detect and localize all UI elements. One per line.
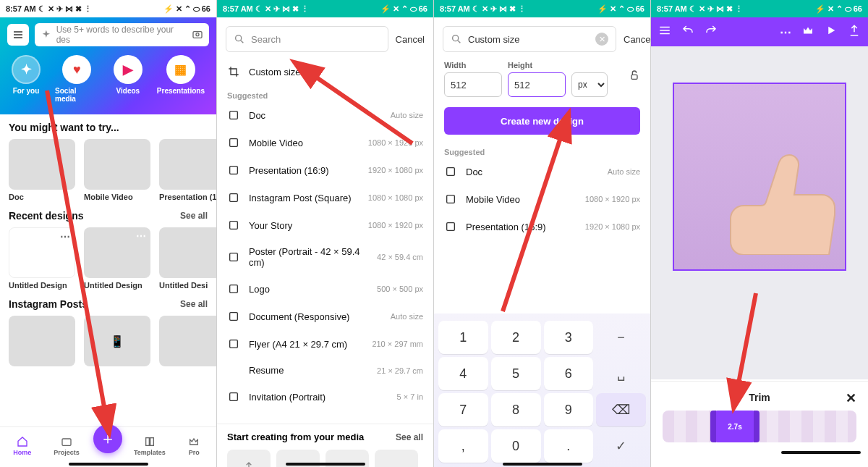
category-videos[interactable]: ▶Videos bbox=[114, 55, 142, 103]
more-icon[interactable]: ⋯ bbox=[60, 231, 70, 243]
svg-rect-15 bbox=[230, 313, 238, 321]
bottom-nav: Home Projects ＋ Templates Pro bbox=[0, 426, 216, 467]
lock-icon[interactable] bbox=[629, 70, 640, 88]
svg-rect-3 bbox=[146, 437, 150, 445]
share-icon[interactable] bbox=[848, 24, 861, 40]
trim-timeline[interactable]: 2.7s bbox=[663, 411, 856, 442]
media-see-all[interactable]: See all bbox=[396, 432, 423, 442]
cancel-button[interactable]: Cancel bbox=[624, 34, 651, 45]
keypad-key[interactable]: ✓ bbox=[596, 429, 646, 463]
keypad-key[interactable]: 6 bbox=[544, 357, 594, 390]
recent-row[interactable]: ⋯Untitled Design ⋯Untitled Design Untitl… bbox=[0, 222, 216, 291]
suggested-item[interactable]: Invitation (Portrait)5 × 7 in bbox=[217, 383, 433, 411]
keypad-key[interactable]: 2 bbox=[491, 321, 541, 354]
keypad-key[interactable]: 5 bbox=[491, 357, 541, 390]
try-doc[interactable]: Doc bbox=[9, 139, 75, 201]
menu-icon[interactable] bbox=[658, 24, 671, 40]
try-row[interactable]: Doc Mobile Video Presentation (1 bbox=[0, 133, 216, 203]
custom-size-row[interactable]: Custom size bbox=[217, 58, 433, 85]
redo-icon[interactable] bbox=[705, 24, 718, 40]
width-input[interactable] bbox=[444, 72, 502, 97]
suggested-item[interactable]: Your Story1080 × 1920 px bbox=[217, 211, 433, 239]
keypad-key[interactable]: 4 bbox=[438, 357, 488, 390]
more-icon[interactable]: ⋯ bbox=[136, 230, 146, 242]
thumbs-up-image bbox=[722, 146, 845, 255]
item-label: Poster (Portrait - 42 × 59.4 cm) bbox=[249, 246, 368, 268]
recent-item[interactable]: ⋯Untitled Design bbox=[84, 227, 150, 290]
nav-templates[interactable]: Templates bbox=[132, 436, 167, 456]
keypad-key[interactable]: . bbox=[544, 429, 594, 463]
play-icon[interactable] bbox=[825, 24, 838, 40]
insta-row[interactable]: 📱 bbox=[0, 310, 216, 410]
suggested-item[interactable]: Logo500 × 500 px bbox=[217, 275, 433, 303]
svg-point-1 bbox=[196, 33, 199, 35]
keypad-key[interactable]: ␣ bbox=[596, 357, 646, 390]
create-design-button[interactable]: Create new design bbox=[444, 107, 640, 135]
suggested-item[interactable]: Document (Responsive)Auto size bbox=[217, 303, 433, 330]
pro-icon[interactable] bbox=[801, 24, 814, 40]
insta-see-all[interactable]: See all bbox=[180, 299, 208, 309]
suggested-item[interactable]: Presentation (16:9)1920 × 1080 px bbox=[217, 156, 433, 184]
close-icon[interactable]: ✕ bbox=[846, 390, 856, 406]
suggested-item[interactable]: DocAuto size bbox=[217, 101, 433, 129]
keypad-key[interactable]: ⌫ bbox=[596, 393, 646, 426]
suggested-item[interactable]: Resume21 × 29.7 cm bbox=[217, 358, 433, 383]
keypad-key[interactable]: , bbox=[438, 429, 488, 463]
category-presentations[interactable]: ▦Presentations bbox=[157, 55, 205, 103]
category-for-you[interactable]: ✦For you bbox=[12, 55, 41, 103]
suggested-item[interactable]: Mobile Video1080 × 1920 px bbox=[434, 185, 650, 213]
svg-rect-21 bbox=[631, 75, 637, 79]
fab-create-button[interactable]: ＋ bbox=[93, 424, 122, 453]
try-mobile-video[interactable]: Mobile Video bbox=[84, 139, 150, 201]
keypad-key[interactable]: 0 bbox=[491, 429, 541, 463]
recent-see-all[interactable]: See all bbox=[180, 211, 208, 221]
try-presentation[interactable]: Presentation (1 bbox=[159, 139, 216, 201]
suggested-item[interactable]: Mobile Video1080 × 1920 px bbox=[217, 129, 433, 156]
suggested-item[interactable]: Poster (Portrait - 42 × 59.4 cm)42 × 59.… bbox=[217, 239, 433, 275]
editor-canvas[interactable] bbox=[651, 46, 868, 379]
keypad-key[interactable]: 8 bbox=[491, 393, 541, 426]
search-value[interactable] bbox=[468, 34, 590, 45]
trim-handle-right[interactable] bbox=[754, 411, 760, 442]
trim-selection[interactable]: 2.7s bbox=[713, 411, 757, 442]
suggested-item[interactable]: Flyer (A4 21 × 29.7 cm)210 × 297 mm bbox=[217, 330, 433, 358]
keypad-key[interactable]: 1 bbox=[438, 321, 488, 354]
recent-item[interactable]: Untitled Desi bbox=[159, 227, 216, 290]
home-search-input[interactable]: Use 5+ words to describe your des bbox=[35, 23, 209, 46]
insta-item[interactable] bbox=[159, 316, 216, 366]
nav-pro[interactable]: Pro bbox=[176, 436, 211, 456]
recent-item[interactable]: ⋯Untitled Design bbox=[9, 227, 75, 290]
keypad-key[interactable]: 3 bbox=[544, 321, 594, 354]
crop-icon bbox=[227, 65, 240, 78]
unit-select[interactable]: px bbox=[571, 72, 608, 97]
category-social[interactable]: ♥Social media bbox=[55, 55, 99, 103]
cancel-button[interactable]: Cancel bbox=[396, 34, 425, 45]
clear-icon[interactable]: ✕ bbox=[595, 33, 608, 46]
insta-item[interactable] bbox=[9, 316, 75, 366]
item-meta: 500 × 500 px bbox=[377, 285, 423, 293]
suggested-item[interactable]: Presentation (16:9)1920 × 1080 px bbox=[434, 213, 650, 240]
width-label: Width bbox=[444, 61, 502, 70]
search-icon bbox=[234, 33, 245, 45]
search-input[interactable]: Search bbox=[226, 26, 388, 52]
nav-projects[interactable]: Projects bbox=[49, 436, 84, 456]
suggested-heading: Suggested bbox=[217, 85, 433, 101]
more-icon[interactable]: ⋯ bbox=[780, 25, 791, 39]
height-input[interactable] bbox=[508, 72, 566, 97]
insta-item[interactable]: 📱 bbox=[84, 316, 150, 366]
undo-icon[interactable] bbox=[681, 24, 694, 40]
keypad-key[interactable]: 9 bbox=[544, 393, 594, 426]
video-frame[interactable] bbox=[673, 83, 846, 271]
suggested-item[interactable]: DocAuto size bbox=[434, 158, 650, 185]
search-placeholder: Use 5+ words to describe your des bbox=[56, 25, 187, 45]
keypad-key[interactable]: 7 bbox=[438, 393, 488, 426]
media-item[interactable] bbox=[375, 450, 418, 467]
menu-button[interactable] bbox=[7, 24, 29, 46]
trim-handle-left[interactable] bbox=[710, 411, 716, 442]
suggested-item[interactable]: Instagram Post (Square)1080 × 1080 px bbox=[217, 184, 433, 211]
upload-media-button[interactable] bbox=[227, 450, 271, 467]
keypad-key[interactable]: − bbox=[596, 321, 646, 354]
search-input[interactable]: ✕ bbox=[443, 26, 616, 52]
camera-icon[interactable] bbox=[192, 28, 203, 42]
nav-home[interactable]: Home bbox=[5, 436, 40, 456]
